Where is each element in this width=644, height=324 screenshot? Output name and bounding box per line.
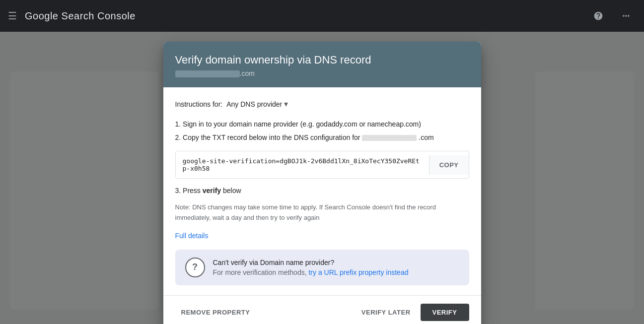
note-text: Note: DNS changes may take some time to … xyxy=(175,202,469,223)
url-prefix-link[interactable]: try a URL prefix property instead xyxy=(308,268,408,276)
modal-title: Verify domain ownership via DNS record xyxy=(175,54,469,66)
step3-text: 3. Press verify below xyxy=(175,187,469,194)
footer-right: VERIFY LATER VERIFY xyxy=(356,304,469,321)
modal-overlay: Verify domain ownership via DNS record .… xyxy=(0,32,644,324)
app-title: Google Search Console xyxy=(25,10,136,22)
modal-body: Instructions for: Any DNS provider ▾ 1. … xyxy=(163,87,481,285)
cant-verify-desc: For more verification methods, try a URL… xyxy=(213,268,409,276)
menu-icon[interactable]: ☰ xyxy=(8,10,17,22)
cant-verify-icon: ? xyxy=(185,258,205,277)
domain-suffix: .com xyxy=(240,69,255,77)
full-details-link[interactable]: Full details xyxy=(175,232,209,240)
footer-left: REMOVE PROPERTY xyxy=(175,305,256,320)
domain-blur xyxy=(175,70,240,77)
step3-bold: verify xyxy=(203,187,221,194)
verify-button[interactable]: VERIFY xyxy=(421,304,469,321)
instructions-row: Instructions for: Any DNS provider ▾ xyxy=(175,99,469,109)
copy-button[interactable]: COPY xyxy=(429,155,469,175)
topbar: ☰ Google Search Console xyxy=(0,0,644,32)
dns-provider-dropdown[interactable]: Any DNS provider ▾ xyxy=(226,99,288,109)
remove-property-button[interactable]: REMOVE PROPERTY xyxy=(175,305,256,320)
dropdown-arrow-icon: ▾ xyxy=(284,99,288,109)
step2-prefix: 2. Copy the TXT record below into the DN… xyxy=(175,133,360,141)
step3-suffix: below xyxy=(221,187,241,194)
step3-prefix: 3. Press xyxy=(175,187,203,194)
cant-verify-title: Can't verify via Domain name provider? xyxy=(213,259,409,266)
modal-subtitle: .com xyxy=(175,69,469,77)
step2-text: 2. Copy the TXT record below into the DN… xyxy=(175,132,469,143)
cant-verify-text: Can't verify via Domain name provider? F… xyxy=(213,259,409,276)
step2-domain-blur xyxy=(362,135,417,141)
help-icon[interactable] xyxy=(588,6,608,26)
cant-verify-box: ? Can't verify via Domain name provider?… xyxy=(175,250,469,285)
txt-record-value: google-site-verification=dgBOJ1k-2v6Bdd1… xyxy=(176,151,429,178)
step1-text: 1. Sign in to your domain name provider … xyxy=(175,119,469,130)
dns-provider-label: Any DNS provider xyxy=(226,100,282,108)
modal-dialog: Verify domain ownership via DNS record .… xyxy=(163,42,481,324)
modal-header: Verify domain ownership via DNS record .… xyxy=(163,42,481,87)
verify-later-button[interactable]: VERIFY LATER xyxy=(356,305,417,320)
topbar-right xyxy=(588,6,636,26)
instructions-label: Instructions for: xyxy=(175,100,223,108)
apps-icon[interactable] xyxy=(616,6,636,26)
cant-verify-desc-prefix: For more verification methods, xyxy=(213,268,309,276)
txt-record-row: google-site-verification=dgBOJ1k-2v6Bdd1… xyxy=(175,151,469,179)
modal-footer: REMOVE PROPERTY VERIFY LATER VERIFY xyxy=(163,295,481,324)
step2-suffix: .com xyxy=(419,133,433,141)
